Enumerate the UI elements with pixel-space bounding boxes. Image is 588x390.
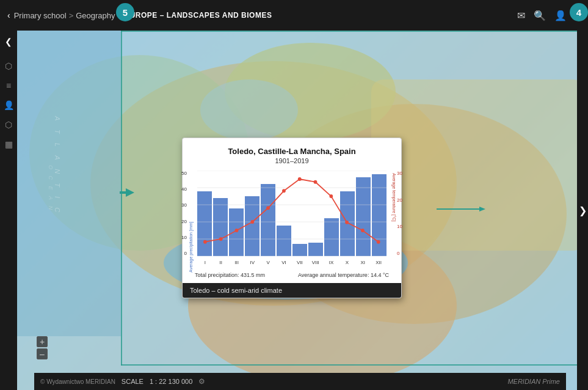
svg-point-9 — [200, 79, 298, 141]
breadcrumb-current: EUROPE – LANDSCAPES AND BIOMES — [125, 11, 272, 20]
teal-arrow-right — [437, 205, 485, 213]
map-container: A T L A N T I C O C E A N + – Toledo, Ca… — [17, 31, 577, 390]
back-arrow[interactable]: ‹ — [7, 10, 10, 20]
y-right-label: Average temperature [°C] — [392, 173, 396, 221]
right-sidebar: ❯ — [577, 31, 588, 390]
chart-subtitle: 1901–2019 — [192, 157, 391, 164]
breadcrumb-part2[interactable]: Geography — [76, 11, 115, 20]
user-icon[interactable]: 👤 — [554, 10, 567, 21]
sidebar-grid-icon[interactable]: ▦ — [5, 139, 13, 149]
search-icon[interactable]: 🔍 — [534, 10, 546, 21]
y-left-label: Average precipitation [mm] — [189, 222, 193, 273]
map-border-vertical — [121, 31, 122, 366]
sidebar-collapse-button[interactable]: ❮ — [5, 37, 12, 46]
bar-sep — [324, 171, 339, 256]
badge-4: 4 — [570, 3, 588, 21]
avg-temp: Average annual temperature: 14.4 °C — [298, 272, 389, 278]
bar-nov — [356, 171, 371, 256]
bar-jun — [277, 171, 291, 256]
climate-chart-popup: Toledo, Castille-La Mancha, Spain 1901–2… — [182, 138, 402, 298]
sidebar-layers-icon[interactable]: ⬡ — [5, 61, 12, 71]
chart-stats: Total precipitation: 431.5 mm Average an… — [192, 272, 391, 278]
sidebar-user-icon[interactable]: 👤 — [4, 100, 14, 110]
bottom-bar: © Wydawnictwo MERIDIAN SCALE 1 : 22 130 … — [34, 373, 566, 390]
badge-5: 5 — [116, 3, 134, 21]
left-sidebar: ❮ ⬡ ≡ 👤 ⬡ ▦ — [0, 31, 17, 390]
nav-left: ‹ Primary school > Geography > EUROPE – … — [7, 10, 517, 20]
svg-rect-8 — [17, 31, 121, 336]
bar-jul — [292, 171, 307, 256]
bar-oct — [340, 171, 355, 256]
bar-may — [261, 171, 275, 256]
bar-jan — [197, 171, 212, 256]
bar-apr — [245, 171, 260, 256]
bar-feb — [213, 171, 228, 256]
copyright-text: © Wydawnictwo MERIDIAN — [40, 378, 115, 385]
zoom-out-button[interactable]: – — [37, 348, 48, 359]
bar-aug — [308, 171, 323, 256]
right-expand-arrow[interactable]: ❯ — [579, 205, 587, 216]
x-axis-labels: I II III IV V VI VII VIII IX X XI XII — [197, 256, 387, 268]
breadcrumb-sep1: > — [69, 11, 74, 20]
chart-footer: Toledo – cold semi-arid climate — [183, 283, 401, 298]
breadcrumb: Primary school > Geography > EUROPE – LA… — [14, 11, 272, 20]
scale-label: SCALE — [122, 378, 143, 385]
scale-value: 1 : 22 130 000 — [150, 378, 192, 385]
breadcrumb-part1[interactable]: Primary school — [14, 11, 67, 20]
y-axis-left: 50 40 30 20 10 0 — [181, 171, 187, 256]
zoom-in-button[interactable]: + — [37, 336, 48, 347]
brand-logo: MERIDIAN Prime — [507, 378, 560, 385]
y-axis-right: 30 20 10 0 — [397, 171, 402, 256]
nav-bar: ‹ Primary school > Geography > EUROPE – … — [0, 0, 588, 31]
map-border-top — [121, 31, 577, 32]
bar-chart — [197, 171, 387, 256]
chart-title: Toledo, Castille-La Mancha, Spain — [192, 147, 391, 156]
chart-area: 50 40 30 20 10 0 30 20 10 0 — [197, 171, 387, 268]
sidebar-list-icon[interactable]: ≡ — [6, 81, 11, 90]
settings-icon[interactable]: ⚙ — [198, 377, 205, 386]
total-precip: Total precipitation: 431.5 mm — [195, 272, 265, 278]
bar-mar — [229, 171, 244, 256]
sidebar-hex-icon[interactable]: ⬡ — [5, 120, 12, 130]
map-border-bottom — [121, 364, 577, 366]
zoom-controls: + – — [37, 336, 48, 359]
bar-dec — [372, 171, 387, 256]
green-arrow-left — [120, 188, 134, 197]
mail-icon[interactable]: ✉ — [517, 10, 525, 21]
